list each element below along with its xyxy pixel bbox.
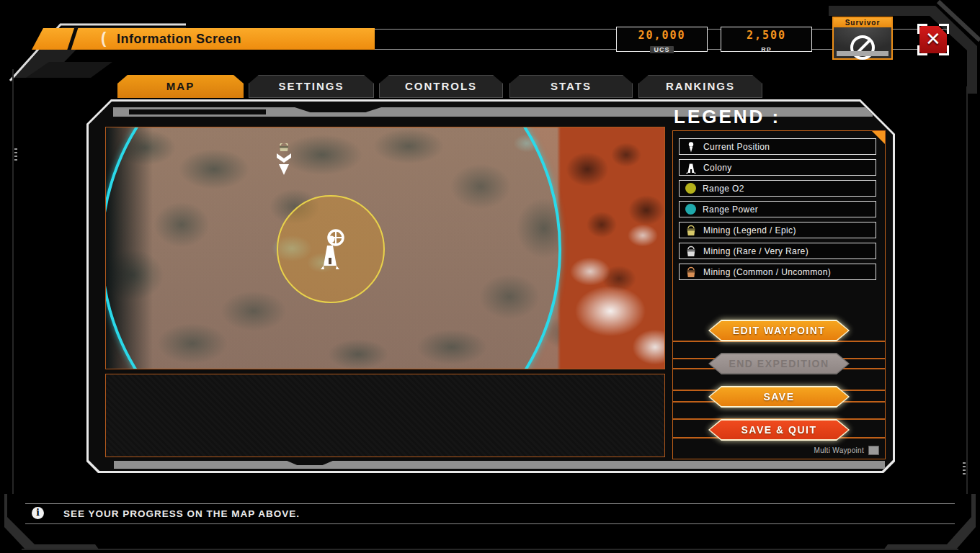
info-icon: i: [32, 507, 44, 519]
close-button[interactable]: ✕: [917, 24, 949, 55]
title-banner: ( Information Screen: [32, 28, 375, 50]
rp-unit-label: RP: [761, 46, 772, 53]
legend-item-mining-rare: Mining (Rare / Very Rare): [679, 243, 876, 259]
legend-item-label: Current Position: [703, 142, 770, 152]
end-expedition-label: END EXPEDITION: [708, 353, 850, 374]
legend-item-label: Range O2: [703, 184, 744, 194]
graybar-notch: [295, 107, 381, 112]
save-quit-label: SAVE & QUIT: [708, 419, 850, 441]
bucket-icon: [685, 246, 697, 257]
frame-edge-right: [966, 86, 968, 494]
edit-waypoint-label: EDIT WAYPOINT: [708, 320, 850, 341]
frame-edge-bottom: [22, 549, 958, 550]
bucket-icon: [685, 225, 697, 236]
profile-badge[interactable]: Survivor: [832, 17, 893, 60]
edit-waypoint-button[interactable]: EDIT WAYPOINT: [708, 320, 850, 341]
range-o2-swatch: [685, 183, 696, 194]
frame-corner-bottom-left: [3, 493, 111, 553]
tab-controls[interactable]: CONTROLS: [379, 75, 503, 98]
game-screen: ( Information Screen 20,000 UCS 2,500 RP…: [0, 0, 980, 553]
statusbar-line-top: [25, 503, 955, 504]
close-bracket-decoration: [917, 45, 927, 55]
legend-item-mining-common: Mining (Common / Uncommon): [679, 264, 876, 280]
profile-progress-bar: [837, 51, 888, 56]
legend-item-label: Mining (Common / Uncommon): [703, 267, 831, 277]
map-viewport[interactable]: [105, 127, 665, 369]
tab-settings[interactable]: SETTINGS: [249, 75, 374, 98]
ucs-value: 20,000: [617, 29, 707, 42]
page-title: Information Screen: [117, 32, 241, 47]
frame-tick-left: [14, 148, 17, 161]
colony-icon: [685, 162, 697, 174]
legend-item-label: Mining (Legend / Epic): [703, 225, 796, 235]
close-bracket-decoration: [917, 24, 927, 34]
end-expedition-button[interactable]: END EXPEDITION: [708, 353, 850, 374]
legend-item-mining-legend-epic: Mining (Legend / Epic): [679, 222, 876, 238]
currency-rp: 2,500 RP: [721, 27, 812, 52]
rp-value: 2,500: [721, 29, 811, 42]
banner-paren-decoration: (: [101, 29, 106, 48]
status-message: SEE YOUR PROGRESS ON THE MAP ABOVE.: [63, 508, 300, 519]
close-bracket-decoration: [939, 24, 949, 34]
multi-waypoint-checkbox[interactable]: [868, 446, 879, 455]
ucs-unit-label: UCS: [650, 46, 673, 53]
legend-item-range-o2: Range O2: [679, 180, 876, 197]
legend-item-label: Range Power: [703, 204, 758, 215]
panel-bottom-decoration: [114, 461, 885, 469]
position-pin-icon: [685, 141, 697, 153]
close-bracket-decoration: [939, 45, 949, 55]
currency-ucs: 20,000 UCS: [616, 27, 708, 52]
map-info-box: [105, 374, 665, 457]
banner-slit-decoration: [66, 25, 79, 54]
save-label: SAVE: [708, 386, 850, 408]
bucket-icon: [685, 266, 697, 278]
tab-stats[interactable]: STATS: [509, 75, 633, 98]
save-quit-button[interactable]: SAVE & QUIT: [708, 419, 850, 441]
current-position-colony-icon: [318, 228, 344, 270]
tab-map[interactable]: MAP: [117, 75, 244, 98]
legend-item-label: Colony: [703, 163, 732, 173]
main-panel-body: LEGEND : Current Position Colony: [89, 102, 893, 471]
waypoint-pin-icon[interactable]: [275, 143, 293, 175]
statusbar-line-bottom: [25, 523, 955, 524]
legend-title: LEGEND :: [674, 106, 780, 128]
main-panel: LEGEND : Current Position Colony: [86, 99, 895, 473]
legend-item-colony: Colony: [679, 159, 876, 176]
multi-waypoint-control: Multi Waypoint: [814, 446, 879, 455]
graybar-notch: [129, 109, 266, 114]
legend-item-current-position: Current Position: [679, 138, 876, 155]
frame-edge-left: [12, 69, 14, 494]
bottombar-notch: [278, 461, 342, 465]
range-power-swatch: [685, 204, 696, 215]
save-button[interactable]: SAVE: [708, 386, 850, 408]
profile-name: Survivor: [834, 18, 891, 27]
frame-corner-bottom-right: [869, 493, 980, 553]
frame-tick-right: [963, 462, 966, 475]
legend-item-range-power: Range Power: [679, 201, 876, 217]
tab-rankings[interactable]: RANKINGS: [638, 75, 762, 98]
legend-item-label: Mining (Rare / Very Rare): [703, 246, 808, 256]
legend-panel: Current Position Colony Range O2: [672, 130, 886, 459]
multi-waypoint-label: Multi Waypoint: [814, 446, 864, 454]
